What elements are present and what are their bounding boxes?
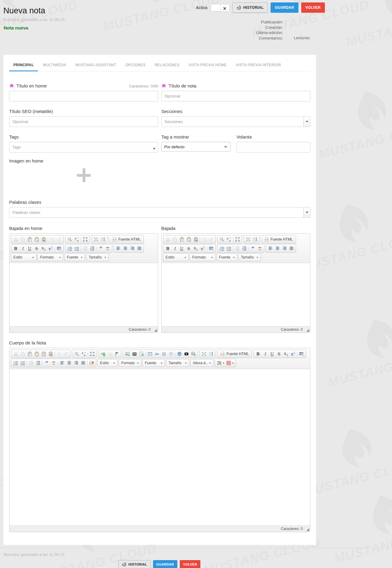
toolbar-underline-button[interactable]: U [178, 245, 185, 252]
toolbar-showblocks-button[interactable] [99, 236, 106, 243]
toolbar-image-button[interactable] [124, 350, 131, 358]
toolbar-underline-button[interactable]: U [26, 245, 33, 252]
toolbar-underline-button[interactable]: U [268, 350, 275, 358]
tab-multimedia[interactable]: MULTIMEDIA [39, 63, 70, 71]
toolbar-sup-button[interactable]: x2 [289, 350, 296, 358]
tab-relaciones[interactable]: RELACIONES [150, 63, 183, 71]
toolbar-source-button[interactable]: Fuente HTML [262, 236, 295, 243]
toolbar-paste-button[interactable] [26, 350, 33, 358]
toolbar-estilo-dropdown[interactable]: Estilo [11, 253, 36, 261]
toolbar-altura-dropdown[interactable]: Altura d... [190, 359, 213, 367]
toolbar-alignjustify-button[interactable] [80, 359, 87, 367]
editor-content-area[interactable] [9, 263, 158, 326]
toolbar-showblocks-button[interactable] [207, 350, 214, 358]
toolbar-ul-button[interactable] [73, 245, 80, 252]
toolbar-quote-button[interactable]: ” [249, 245, 256, 252]
toolbar-bold-button[interactable]: B [12, 245, 19, 252]
titulo-seo-input[interactable] [9, 116, 158, 127]
toolbar-tamano-dropdown[interactable]: Tamaño [86, 253, 109, 261]
toolbar-estilo-dropdown[interactable]: Estilo [97, 359, 118, 367]
toolbar-tablegrid-button[interactable] [225, 359, 235, 367]
toolbar-template-button[interactable] [138, 350, 145, 358]
toolbar-omega-button[interactable]: Ω [160, 350, 167, 358]
toolbar-selectall-button[interactable] [89, 350, 96, 358]
toolbar-quote-button[interactable]: ” [97, 245, 104, 252]
tab-principal[interactable]: PRINCIPAL [9, 63, 38, 71]
toolbar-source-button[interactable]: Fuente HTML [110, 236, 143, 243]
toolbar-image2-button[interactable] [190, 350, 197, 358]
toolbar-div-button[interactable]: DIV</> [104, 245, 111, 252]
toolbar-sub-button[interactable]: x2 [192, 245, 199, 252]
active-toggle[interactable] [211, 4, 230, 12]
toolbar-find-button[interactable] [66, 236, 73, 243]
toolbar-aligncenter-button[interactable] [122, 245, 129, 252]
tab-mustang-assistant[interactable]: MUSTANG ASSISTANT [71, 63, 121, 71]
editor-content-area[interactable] [162, 263, 310, 326]
toolbar-bold-button[interactable]: B [254, 350, 261, 358]
footer-guardar-button[interactable]: GUARDAR [153, 560, 177, 568]
toolbar-colorgrid-button[interactable] [216, 359, 225, 367]
guardar-button[interactable]: GUARDAR [271, 2, 298, 13]
toolbar-replace-button[interactable]: ba [80, 350, 87, 358]
toolbar-strike-button[interactable]: S [275, 350, 282, 358]
secciones-select[interactable]: Secciones [161, 116, 310, 127]
toolbar-globe-button[interactable] [176, 350, 183, 358]
toolbar-ol-button[interactable]: 123 [218, 245, 225, 252]
volanta-input[interactable] [237, 142, 310, 152]
toolbar-table-button[interactable] [146, 350, 153, 358]
toolbar-italic-button[interactable]: I [261, 350, 268, 358]
toolbar-formato-dropdown[interactable]: Formato [119, 359, 141, 367]
toolbar-source-button[interactable]: Fuente HTML [218, 350, 251, 358]
toolbar-paste-button[interactable] [26, 236, 33, 243]
toolbar-indent-button[interactable] [89, 245, 96, 252]
toolbar-alignleft-button[interactable] [115, 245, 122, 252]
toolbar-sup-button[interactable]: x2 [199, 245, 206, 252]
toolbar-italic-button[interactable]: I [171, 245, 178, 252]
toolbar-ul-button[interactable] [225, 245, 232, 252]
footer-historial-button[interactable]: HISTORIAL [118, 560, 151, 568]
toolbar-div-button[interactable]: DIV</> [256, 245, 263, 252]
toolbar-paste-button[interactable] [178, 236, 185, 243]
toolbar-sub-button[interactable]: x2 [40, 245, 47, 252]
toolbar-pasteword-button[interactable]: W [47, 350, 54, 358]
toolbar-pagebreak-button[interactable] [167, 350, 174, 358]
resize-grip[interactable] [306, 329, 309, 332]
toolbar-aligncenter-button[interactable] [66, 359, 73, 367]
toolbar-estilo-dropdown[interactable]: Estilo [163, 253, 189, 261]
toolbar-alignleft-button[interactable] [267, 245, 274, 252]
toolbar-ol-button[interactable]: 123 [12, 359, 19, 367]
toolbar-link-button[interactable] [99, 350, 106, 358]
volver-button[interactable]: VOLVER [301, 2, 325, 13]
toolbar-sub-button[interactable]: x2 [282, 350, 289, 358]
toolbar-find-button[interactable] [218, 236, 225, 243]
historial-button[interactable]: HISTORIAL [232, 2, 268, 13]
toolbar-sup-button[interactable]: x2 [47, 245, 54, 252]
toolbar-pastetext-button[interactable] [185, 236, 192, 243]
toolbar-pastetext-button[interactable] [33, 236, 40, 243]
tag-a-mostrar-select[interactable]: Por defecto [161, 142, 230, 152]
toolbar-replace-button[interactable]: ba [225, 236, 232, 243]
toolbar-selectall-button[interactable] [82, 236, 89, 243]
toolbar-anchor-button[interactable] [113, 350, 120, 358]
editor-content-area[interactable] [9, 369, 310, 525]
toolbar-ol-button[interactable]: 123 [66, 245, 73, 252]
toolbar-fuente-dropdown[interactable]: Fuente [216, 253, 237, 261]
toolbar-removeformat-button[interactable]: HTML [298, 350, 305, 358]
toolbar-italic-button[interactable]: I [19, 245, 26, 252]
tab-vista-previa-home[interactable]: VISTA PREVIA HOME [184, 63, 231, 71]
toolbar-alignright-button[interactable] [73, 359, 80, 367]
resize-grip[interactable] [154, 329, 157, 332]
toolbar-maximize-button[interactable] [92, 236, 99, 243]
toolbar-tamano-dropdown[interactable]: Tamaño [166, 359, 189, 367]
footer-volver-button[interactable]: VOLVER [180, 560, 200, 568]
toolbar-quote-button[interactable]: ” [43, 359, 50, 367]
toolbar-alignright-button[interactable] [129, 245, 136, 252]
toolbar-selectall-button[interactable] [234, 236, 241, 243]
titulo-de-nota-input[interactable] [161, 91, 310, 101]
tab-opciones[interactable]: OPCIONES [121, 63, 150, 71]
toolbar-pastedoc-button[interactable] [40, 350, 47, 358]
toolbar-showblocks-button[interactable] [251, 236, 258, 243]
toolbar-pasteword-button[interactable]: W [40, 236, 47, 243]
toolbar-tamano-dropdown[interactable]: Tamaño [238, 253, 261, 261]
toolbar-removeformat-button[interactable]: HTML [208, 245, 215, 252]
